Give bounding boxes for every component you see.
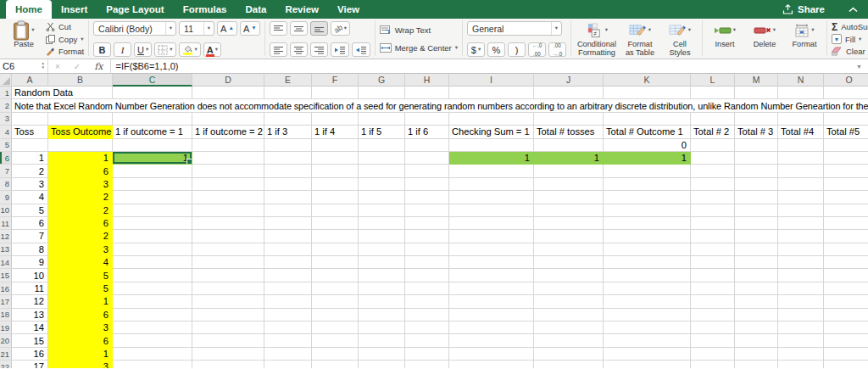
cell-C16[interactable] — [113, 282, 192, 295]
cell-D4[interactable]: 1 if outcome = 2 — [192, 126, 264, 138]
cell-E20[interactable] — [264, 334, 312, 347]
cell-H17[interactable] — [405, 295, 449, 308]
cell-C8[interactable] — [113, 178, 192, 191]
cell-E4[interactable]: 1 if 3 — [264, 126, 312, 138]
cell-B12[interactable]: 2 — [48, 230, 113, 243]
format-cells-button[interactable]: ▾ Format — [787, 21, 822, 48]
cell-K3[interactable] — [604, 113, 691, 126]
cell-M14[interactable] — [735, 256, 778, 269]
cell-J4[interactable]: Total # tosses — [534, 126, 604, 138]
cell-H21[interactable] — [405, 348, 449, 361]
cell-O9[interactable] — [824, 191, 868, 204]
cell-I10[interactable] — [449, 204, 534, 217]
cell-J16[interactable] — [534, 282, 604, 295]
cell-G5[interactable] — [359, 139, 405, 152]
cell-B19[interactable]: 3 — [48, 321, 113, 334]
format-as-table-button[interactable]: ▾ Format as Table — [622, 21, 658, 57]
cell-L18[interactable] — [691, 309, 735, 321]
row-header-11[interactable]: 11 — [0, 217, 12, 230]
cell-O3[interactable] — [824, 113, 868, 126]
cell-L8[interactable] — [691, 178, 735, 191]
cell-E11[interactable] — [264, 217, 312, 230]
cell-L4[interactable]: Total # 2 — [691, 126, 735, 138]
cell-O8[interactable] — [824, 178, 868, 191]
italic-button[interactable]: I — [114, 42, 131, 57]
cell-L20[interactable] — [691, 334, 735, 347]
cell-M11[interactable] — [735, 217, 778, 230]
cell-H22[interactable] — [405, 361, 449, 368]
font-size-select[interactable]: 11 ▾ — [179, 21, 214, 36]
cell-K1[interactable] — [604, 87, 691, 99]
row-header-20[interactable]: 20 — [0, 334, 12, 347]
cell-H16[interactable] — [405, 282, 449, 295]
cell-H8[interactable] — [405, 178, 449, 191]
cell-J7[interactable] — [534, 165, 604, 177]
cell-L9[interactable] — [691, 191, 735, 204]
cell-C7[interactable] — [113, 165, 192, 177]
column-header-D[interactable]: D — [192, 74, 264, 87]
cell-J9[interactable] — [534, 191, 604, 204]
cell-M13[interactable] — [735, 243, 778, 256]
cell-A18[interactable]: 13 — [12, 309, 48, 321]
cell-B16[interactable]: 5 — [48, 282, 113, 295]
cell-A10[interactable]: 5 — [12, 204, 48, 217]
cell-J20[interactable] — [534, 334, 604, 347]
cell-H3[interactable] — [405, 113, 449, 126]
cell-K12[interactable] — [604, 230, 691, 243]
insert-cells-button[interactable]: ▾ Insert — [707, 21, 743, 48]
cell-I1[interactable] — [449, 87, 534, 99]
cell-B17[interactable]: 1 — [48, 295, 113, 308]
tab-review[interactable]: Review — [275, 0, 328, 19]
cell-K14[interactable] — [604, 256, 691, 269]
column-header-A[interactable]: A — [12, 74, 48, 87]
cell-D10[interactable] — [192, 204, 264, 217]
cell-M8[interactable] — [735, 178, 778, 191]
cell-H18[interactable] — [405, 309, 449, 321]
cell-A11[interactable]: 6 — [12, 217, 48, 230]
cell-D3[interactable] — [192, 113, 264, 126]
row-header-21[interactable]: 21 — [0, 348, 12, 361]
currency-button[interactable]: $ ▾ — [467, 42, 485, 57]
cell-F22[interactable] — [312, 361, 359, 368]
cell-M7[interactable] — [735, 165, 778, 177]
cell-H19[interactable] — [405, 321, 449, 334]
cell-G9[interactable] — [359, 191, 405, 204]
cell-L7[interactable] — [691, 165, 735, 177]
cell-J10[interactable] — [534, 204, 604, 217]
cell-O5[interactable] — [824, 139, 868, 152]
cell-O18[interactable] — [824, 309, 868, 321]
cell-N10[interactable] — [778, 204, 824, 217]
cell-D8[interactable] — [192, 178, 264, 191]
cell-C21[interactable] — [113, 348, 192, 361]
cell-I19[interactable] — [449, 321, 534, 334]
cell-J12[interactable] — [534, 230, 604, 243]
clear-button[interactable]: Clear ▾ — [832, 46, 868, 57]
cell-J15[interactable] — [534, 269, 604, 282]
cell-F20[interactable] — [312, 334, 359, 347]
cell-H6[interactable] — [405, 152, 449, 165]
delete-cells-button[interactable]: ▾ Delete — [747, 21, 782, 48]
cell-B7[interactable]: 6 — [48, 165, 113, 177]
row-header-2[interactable]: 2 — [0, 99, 12, 112]
cell-K5[interactable]: 0 — [604, 139, 691, 152]
cell-A12[interactable]: 7 — [12, 230, 48, 243]
cell-H15[interactable] — [405, 269, 449, 282]
cell-F16[interactable] — [312, 282, 359, 295]
cell-O12[interactable] — [824, 230, 868, 243]
cell-D17[interactable] — [192, 295, 264, 308]
cell-N4[interactable]: Total #4 — [778, 126, 824, 138]
cell-G17[interactable] — [359, 295, 405, 308]
cancel-icon[interactable]: × — [48, 62, 67, 71]
cell-D9[interactable] — [192, 191, 264, 204]
column-header-B[interactable]: B — [48, 74, 113, 87]
cell-E12[interactable] — [264, 230, 312, 243]
row-header-8[interactable]: 8 — [0, 178, 12, 191]
cell-J18[interactable] — [534, 309, 604, 321]
cell-L6[interactable] — [691, 152, 735, 165]
cell-E17[interactable] — [264, 295, 312, 308]
increase-indent-button[interactable] — [352, 42, 370, 57]
cell-G21[interactable] — [359, 348, 405, 361]
cell-K10[interactable] — [604, 204, 691, 217]
column-header-M[interactable]: M — [735, 74, 778, 87]
cell-O1[interactable] — [824, 87, 868, 99]
